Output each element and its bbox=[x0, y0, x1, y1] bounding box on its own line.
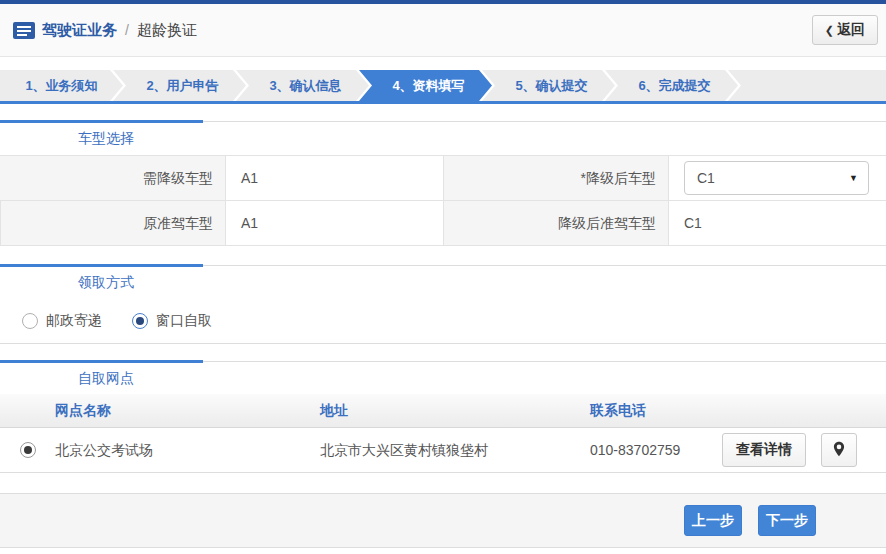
field-label-original-class: 原准驾车型 bbox=[0, 201, 225, 246]
outlet-address: 北京市大兴区黄村镇狼垡村 bbox=[320, 428, 590, 472]
step-4-fill-data-active: 4、资料填写 bbox=[359, 70, 492, 101]
field-label-downgrade-target: *降级后车型 bbox=[443, 156, 668, 201]
radio-unselected-icon[interactable] bbox=[22, 313, 38, 329]
pickup-option-postal-label: 邮政寄递 bbox=[46, 312, 102, 330]
field-cell-downgrade-target: C1 ▼ bbox=[668, 156, 886, 201]
field-label-downgraded-class: 降级后准驾车型 bbox=[443, 201, 668, 246]
map-location-button[interactable] bbox=[821, 433, 857, 467]
outlet-header-phone: 联系电话 bbox=[590, 394, 886, 427]
field-value-downgrade-required: A1 bbox=[225, 156, 443, 201]
radio-selected-icon[interactable] bbox=[132, 313, 148, 329]
outlet-table-header: 网点名称 地址 联系电话 bbox=[0, 394, 886, 428]
step-label: 3、确认信息 bbox=[269, 78, 341, 93]
step-label: 6、完成提交 bbox=[638, 78, 710, 93]
step-2-user-declaration: 2、用户申告 bbox=[113, 70, 246, 101]
select-dropdown-arrow-icon: ▼ bbox=[849, 162, 858, 194]
section-title-text: 领取方式 bbox=[78, 274, 134, 290]
downgrade-target-selected-value: C1 bbox=[697, 170, 715, 186]
step-label: 1、业务须知 bbox=[25, 78, 97, 93]
back-button[interactable]: ❮ 返回 bbox=[812, 15, 878, 45]
pickup-option-window-label: 窗口自取 bbox=[156, 312, 212, 330]
outlet-header-name: 网点名称 bbox=[55, 394, 320, 427]
field-label-downgrade-required: 需降级车型 bbox=[0, 156, 225, 201]
page-header: 驾驶证业务 / 超龄换证 ❮ 返回 bbox=[0, 4, 886, 57]
outlet-name: 北京公交考试场 bbox=[55, 428, 320, 472]
location-pin-icon bbox=[833, 441, 845, 460]
next-step-button[interactable]: 下一步 bbox=[758, 505, 816, 536]
step-5-confirm-submit: 5、确认提交 bbox=[482, 70, 615, 101]
section-title-pickup-method: 领取方式 bbox=[0, 265, 886, 298]
step-label: 4、资料填写 bbox=[392, 78, 464, 93]
outlet-header-spacer bbox=[0, 394, 55, 427]
outlet-row-radio-selected[interactable] bbox=[20, 442, 36, 458]
pickup-method-options: 邮政寄递 窗口自取 bbox=[0, 298, 886, 344]
back-chevron-icon: ❮ bbox=[825, 24, 834, 37]
downgrade-target-select[interactable]: C1 ▼ bbox=[684, 161, 869, 195]
step-label: 2、用户申告 bbox=[146, 78, 218, 93]
step-3-confirm-info: 3、确认信息 bbox=[236, 70, 369, 101]
section-title-pickup-outlets: 自取网点 bbox=[0, 361, 886, 394]
step-6-complete-submit: 6、完成提交 bbox=[605, 70, 738, 101]
vehicle-type-form: 需降级车型 A1 *降级后车型 C1 ▼ 原准驾车型 A1 降级后准驾车型 C1 bbox=[0, 155, 886, 246]
view-detail-button[interactable]: 查看详情 bbox=[722, 433, 806, 467]
outlet-row-radio-cell bbox=[0, 428, 55, 472]
breadcrumb-separator: / bbox=[125, 22, 129, 38]
step-bar-filler bbox=[728, 70, 886, 101]
pickup-option-window[interactable]: 窗口自取 bbox=[132, 312, 212, 330]
license-services-icon bbox=[13, 22, 35, 39]
back-button-label: 返回 bbox=[837, 21, 865, 39]
outlet-header-address: 地址 bbox=[320, 394, 590, 427]
breadcrumb-secondary: 超龄换证 bbox=[137, 21, 197, 40]
outlet-row-actions: 查看详情 bbox=[722, 433, 886, 467]
pickup-option-postal[interactable]: 邮政寄递 bbox=[22, 312, 102, 330]
step-progress-bar: 1、业务须知 2、用户申告 3、确认信息 4、资料填写 5、确认提交 6、完成提… bbox=[0, 70, 886, 104]
outlet-table-row: 北京公交考试场 北京市大兴区黄村镇狼垡村 010-83702759 查看详情 bbox=[0, 428, 886, 473]
step-1-business-notice: 1、业务须知 bbox=[0, 70, 123, 101]
field-value-downgraded-class: C1 bbox=[668, 201, 886, 246]
breadcrumb-primary: 驾驶证业务 bbox=[42, 21, 117, 40]
section-title-text: 车型选择 bbox=[78, 130, 134, 146]
previous-step-button[interactable]: 上一步 bbox=[684, 505, 742, 536]
wizard-footer: 上一步 下一步 bbox=[0, 493, 886, 548]
section-title-text: 自取网点 bbox=[78, 370, 134, 386]
field-value-original-class: A1 bbox=[225, 201, 443, 246]
step-label: 5、确认提交 bbox=[515, 78, 587, 93]
section-title-vehicle-type: 车型选择 bbox=[0, 121, 886, 154]
outlet-phone: 010-83702759 bbox=[590, 428, 722, 472]
